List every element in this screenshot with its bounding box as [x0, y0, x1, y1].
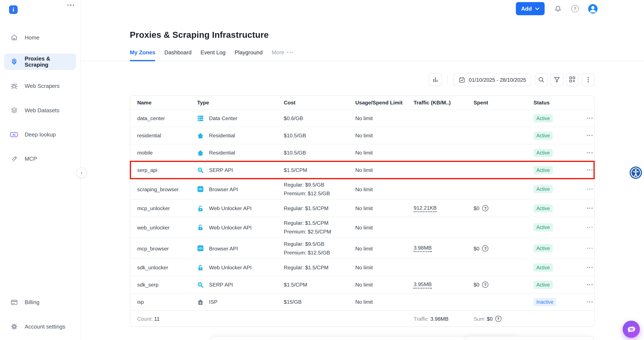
zone-type: Data Center: [197, 115, 284, 121]
table-row-mcp_unlocker[interactable]: mcp_unlockerWeb Unlocker APIRegular: $1.…: [130, 199, 594, 216]
sidebar-item-label: Home: [24, 34, 40, 41]
table-row-isp[interactable]: isp$ISP$15/GBNo limitInactive: [130, 293, 594, 310]
row-menu-button[interactable]: [586, 150, 593, 156]
row-menu-button[interactable]: [586, 167, 593, 173]
table-row-data_center[interactable]: data_centerData Center$0.6/GBNo limitAct…: [130, 109, 594, 127]
zone-type-label: Web Unlocker API: [209, 205, 252, 211]
zone-name: sdk_unlocker: [137, 264, 197, 270]
mcp-icon: [10, 155, 18, 163]
zone-usage-limit: No limit: [355, 224, 414, 230]
zone-usage-limit: No limit: [355, 299, 414, 305]
zone-type: Web Unlocker API: [197, 205, 284, 212]
tab-playground[interactable]: Playground: [234, 49, 262, 61]
sidebar-collapse-button[interactable]: ‹: [76, 168, 86, 178]
status-badge: Active: [534, 223, 552, 232]
chat-bubble-icon[interactable]: [622, 321, 640, 338]
help-icon[interactable]: ?: [482, 282, 488, 288]
zone-type: $ISP: [197, 299, 284, 305]
search-gear-icon: [197, 281, 204, 288]
sidebar-menu-button[interactable]: [67, 5, 74, 6]
sidebar-item-deep-lookup[interactable]: AIDeep lookup: [4, 126, 76, 143]
brand-logo[interactable]: i: [9, 5, 18, 14]
zone-type-label: Residential: [209, 132, 235, 139]
help-icon[interactable]: ?: [482, 245, 488, 251]
sidebar-item-proxies-scraping[interactable]: Proxies & Scraping: [4, 54, 76, 70]
bar-chart-icon[interactable]: [428, 73, 442, 86]
status-badge: Active: [534, 244, 552, 252]
date-range-button[interactable]: 01/10/2025 - 28/10/2025: [453, 73, 532, 86]
zone-traffic-value[interactable]: 912.21KB: [414, 205, 436, 212]
row-menu-button[interactable]: [586, 224, 593, 230]
sidebar-item-billing[interactable]: Billing: [4, 294, 76, 310]
zone-spent: $0?: [474, 205, 534, 211]
help-icon[interactable]: ?: [482, 205, 488, 211]
tab-dashboard[interactable]: Dashboard: [164, 49, 192, 61]
table-row-scraping_browser[interactable]: scraping_browser</>Browser APIRegular: $…: [130, 178, 594, 199]
tab-event-log[interactable]: Event Log: [200, 49, 226, 61]
search-icon[interactable]: [535, 73, 548, 86]
gear-icon: [10, 322, 18, 330]
svg-text:</>: </>: [198, 247, 202, 250]
sidebar-item-web-datasets[interactable]: Web Datasets: [4, 102, 76, 118]
row-menu-button[interactable]: [586, 264, 593, 271]
sidebar-item-web-scrapers[interactable]: Web Scrapers: [4, 78, 76, 94]
filter-funnel-icon[interactable]: [550, 73, 564, 86]
column-header-status: Status: [534, 100, 586, 106]
table-row-residential[interactable]: residentialResidential$10.5/GBNo limitAc…: [130, 127, 594, 144]
row-menu-button[interactable]: [586, 245, 593, 251]
sidebar-item-mcp[interactable]: MCP: [4, 150, 76, 167]
user-avatar[interactable]: [588, 4, 598, 13]
zone-usage-limit: No limit: [355, 282, 414, 288]
status-badge: Active: [534, 185, 552, 193]
grid-plus-icon[interactable]: [566, 73, 579, 86]
sidebar-item-label: Web Datasets: [24, 107, 59, 113]
zone-type-label: Browser API: [209, 186, 238, 192]
zone-status: Active: [534, 185, 586, 193]
main-content: Add ? Proxies & Scraping Infrastructure …: [81, 0, 644, 340]
help-icon[interactable]: ?: [495, 315, 501, 322]
zone-type-label: SERP API: [209, 167, 233, 173]
server-icon: [197, 115, 204, 121]
kebab-vertical-icon[interactable]: [582, 73, 595, 86]
zone-type-label: Web Unlocker API: [209, 224, 252, 230]
svg-text:AI: AI: [12, 133, 16, 136]
zone-cost: Regular: $1.5/CPM: [284, 263, 355, 272]
row-menu-button[interactable]: [586, 205, 593, 211]
row-menu-button[interactable]: [586, 132, 593, 139]
topbar: Add ?: [516, 2, 598, 15]
row-menu-button[interactable]: [586, 282, 593, 288]
zone-traffic-value[interactable]: 3.95MB: [414, 281, 432, 288]
zone-cost: Regular: $1.5/CPM: [284, 204, 355, 213]
house-icon: [197, 132, 204, 139]
tab-more[interactable]: More: [272, 49, 293, 61]
unlock-icon: [197, 224, 204, 231]
add-button[interactable]: Add: [516, 2, 544, 15]
zone-usage-limit: No limit: [355, 245, 414, 251]
tab-my-zones[interactable]: My Zones: [130, 49, 156, 61]
zone-traffic-value[interactable]: 3.98MB: [414, 244, 432, 252]
bottom-card-right: [464, 336, 594, 340]
sidebar-item-label: Deep lookup: [24, 131, 56, 138]
zone-usage-limit: No limit: [355, 167, 414, 173]
accessibility-icon[interactable]: [630, 166, 642, 179]
sidebar-item-home[interactable]: Home: [4, 29, 76, 46]
table-row-web_unlocker[interactable]: web_unlockerWeb Unlocker APIRegular: $1.…: [130, 217, 594, 238]
row-menu-button[interactable]: [586, 299, 593, 305]
unlock-icon: [197, 264, 204, 271]
row-menu-button[interactable]: [586, 115, 593, 121]
layers-icon: [10, 106, 18, 114]
row-menu-button[interactable]: [586, 186, 593, 192]
zone-type-label: Web Unlocker API: [209, 264, 252, 270]
table-row-serp_api[interactable]: serp_apiSERP API$1.5/CPMNo limitActive: [130, 161, 594, 178]
help-icon[interactable]: ?: [571, 5, 579, 12]
table-row-sdk_serp[interactable]: sdk_serpSERP API$1.5/CPMNo limit3.95MB$0…: [130, 276, 594, 293]
table-row-mcp_browser[interactable]: mcp_browser</>Browser APIRegular: $9.5/G…: [130, 238, 594, 259]
ellipsis-icon: [287, 52, 293, 53]
bell-icon[interactable]: [554, 5, 562, 13]
zone-type: SERP API: [197, 167, 284, 173]
table-row-sdk_unlocker[interactable]: sdk_unlockerWeb Unlocker APIRegular: $1.…: [130, 258, 594, 276]
status-badge: Inactive: [534, 298, 556, 306]
sidebar-item-account-settings[interactable]: Account settings: [4, 318, 76, 334]
table-row-mobile[interactable]: mobileResidential$10.5/GBNo limitActive: [130, 144, 594, 161]
calendar-trend-icon: [458, 76, 465, 83]
